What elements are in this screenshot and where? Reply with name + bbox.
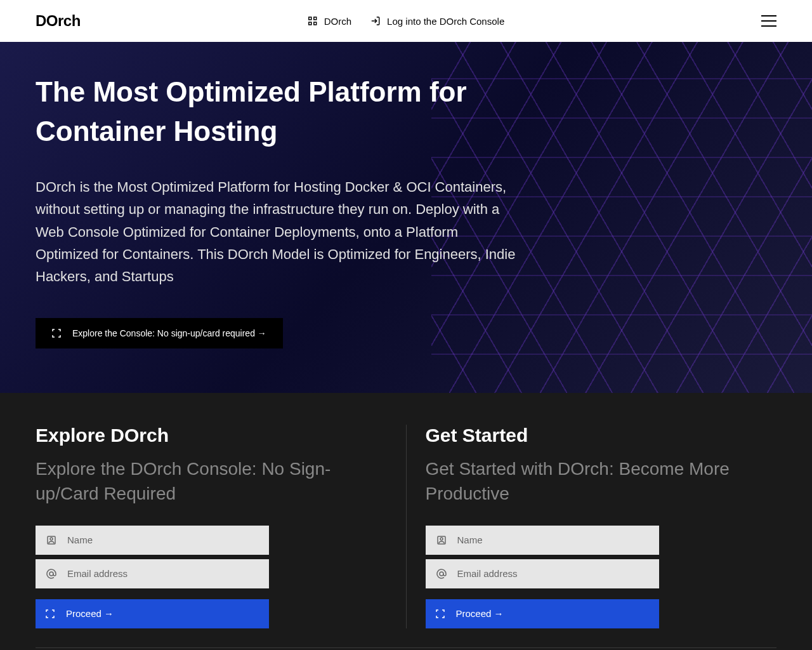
hero-section: The Most Optimized Platform for Containe…	[0, 42, 812, 393]
nav-dorch-label: DOrch	[324, 16, 351, 27]
explore-console-button[interactable]: Explore the Console: No sign-up/card req…	[36, 318, 283, 348]
svg-point-6	[49, 572, 53, 576]
getstarted-title: Get Started	[426, 425, 777, 446]
login-icon	[370, 16, 381, 26]
header: DOrch DOrch Log in	[0, 0, 812, 42]
explore-email-group	[36, 559, 269, 588]
svg-point-8	[440, 538, 443, 540]
getstarted-name-group	[426, 526, 659, 555]
explore-proceed-label: Proceed →	[66, 608, 114, 619]
hamburger-menu-icon[interactable]	[761, 15, 776, 27]
getstarted-column: Get Started Get Started with DOrch: Beco…	[407, 425, 777, 628]
user-icon	[436, 534, 447, 546]
expand-icon	[52, 329, 61, 338]
hero-description: DOrch is the Most Optimized Platform for…	[36, 176, 518, 288]
nav-login[interactable]: Log into the DOrch Console	[370, 16, 504, 27]
svg-rect-1	[314, 17, 317, 20]
at-icon	[46, 568, 57, 580]
svg-point-5	[50, 538, 53, 540]
explore-title: Explore DOrch	[36, 425, 387, 446]
svg-rect-0	[309, 17, 311, 20]
getstarted-proceed-label: Proceed →	[456, 608, 504, 619]
explore-subtitle: Explore the DOrch Console: No Sign-up/Ca…	[36, 456, 387, 506]
logo-text: DOrch	[36, 12, 81, 30]
getstarted-name-input[interactable]	[457, 534, 649, 545]
explore-proceed-button[interactable]: Proceed →	[36, 599, 269, 628]
getstarted-email-input[interactable]	[457, 568, 649, 579]
explore-name-input[interactable]	[67, 534, 259, 545]
svg-point-9	[440, 572, 443, 576]
explore-name-group	[36, 526, 269, 555]
explore-button-label: Explore the Console: No sign-up/card req…	[72, 328, 266, 338]
getstarted-email-group	[426, 559, 659, 588]
svg-rect-2	[309, 22, 311, 25]
logo[interactable]: DOrch	[36, 12, 81, 30]
at-icon	[436, 568, 447, 580]
expand-icon	[46, 609, 55, 618]
expand-icon	[436, 609, 445, 618]
explore-column: Explore DOrch Explore the DOrch Console:…	[36, 425, 407, 628]
two-column-section: Explore DOrch Explore the DOrch Console:…	[0, 393, 812, 628]
hero-title: The Most Optimized Platform for Containe…	[36, 72, 518, 150]
header-nav: DOrch Log into the DOrch Console	[308, 16, 504, 27]
nav-login-label: Log into the DOrch Console	[387, 16, 504, 27]
svg-rect-3	[314, 22, 317, 25]
getstarted-subtitle: Get Started with DOrch: Become More Prod…	[426, 456, 777, 506]
getstarted-proceed-button[interactable]: Proceed →	[426, 599, 659, 628]
explore-email-input[interactable]	[67, 568, 259, 579]
user-icon	[46, 534, 57, 546]
pricing-section: Pricing	[0, 648, 812, 651]
nav-dorch[interactable]: DOrch	[308, 16, 351, 27]
grid-icon	[308, 16, 318, 26]
